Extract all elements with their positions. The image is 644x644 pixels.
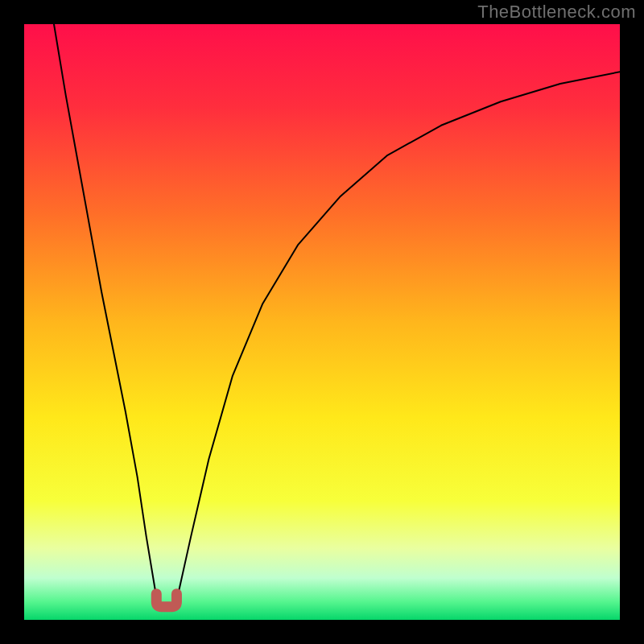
watermark: TheBottleneck.com <box>477 2 636 23</box>
plot-area <box>24 24 620 620</box>
gradient-background <box>24 24 620 620</box>
bottleneck-chart <box>24 24 620 620</box>
chart-container: TheBottleneck.com <box>0 0 644 644</box>
